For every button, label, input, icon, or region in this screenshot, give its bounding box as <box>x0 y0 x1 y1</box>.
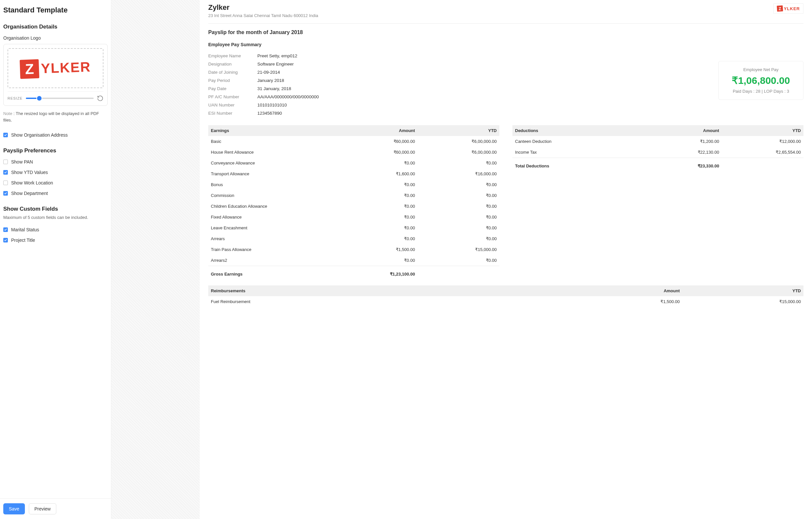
row-amount: ₹0.00 <box>336 201 418 212</box>
row-amount: ₹1,600.00 <box>336 168 418 179</box>
row-ytd: ₹15,000.00 <box>682 296 804 307</box>
summary-value: 1234567890 <box>257 111 282 116</box>
row-ytd: ₹15,000.00 <box>417 244 499 255</box>
row-amount: ₹0.00 <box>336 212 418 222</box>
table-row: Train Pass Allowance₹1,500.00₹15,000.00 <box>208 244 499 255</box>
row-amount: ₹60,000.00 <box>336 136 418 147</box>
table-row: Transport Allowance₹1,600.00₹16,000.00 <box>208 168 499 179</box>
org-name: Zylker <box>208 3 318 12</box>
summary-value: 101010101010 <box>257 103 287 107</box>
row-ytd: ₹16,000.00 <box>417 168 499 179</box>
row-name: Arrears <box>208 233 336 244</box>
deductions-header: Deductions <box>513 125 640 136</box>
checkbox-checked-icon <box>3 191 8 196</box>
row-name: House Rent Allowance <box>208 147 336 158</box>
summary-row: DesignationSoftware Engineer <box>208 60 699 68</box>
payslip-preview: Zylker 23 Int Street Anna Salai Chennai … <box>200 0 812 519</box>
show-department-checkbox[interactable]: Show Department <box>3 191 108 196</box>
row-name: Canteen Deduction <box>513 136 640 147</box>
resize-note: Note : The resized logo will be displaye… <box>3 110 108 123</box>
summary-row: Pay Date31 January, 2018 <box>208 85 699 93</box>
row-amount: ₹22,130.00 <box>640 147 722 158</box>
custom-fields-hint: Maximum of 5 custom fields can be includ… <box>3 215 108 220</box>
row-ytd: ₹0.00 <box>417 255 499 266</box>
logo-upload-box[interactable]: Z YLKER RESIZE <box>3 44 108 106</box>
summary-key: Pay Date <box>208 86 257 91</box>
net-pay-label: Employee Net Pay <box>732 67 790 72</box>
table-row: Arrears₹0.00₹0.00 <box>208 233 499 244</box>
row-ytd: ₹0.00 <box>417 233 499 244</box>
summary-row: Date of Joining21-09-2014 <box>208 68 699 76</box>
table-row: Conveyance Allowance₹0.00₹0.00 <box>208 158 499 168</box>
earnings-header: Earnings <box>208 125 336 136</box>
table-row: Income Tax₹22,130.00₹2,65,554.00 <box>513 147 804 158</box>
row-amount: ₹0.00 <box>336 158 418 168</box>
ytd-header: YTD <box>682 285 804 296</box>
total-deductions-amount: ₹23,330.00 <box>640 161 722 171</box>
summary-row: PF A/C NumberAA/AAA/0000000/000/0000000 <box>208 93 699 101</box>
checkbox-checked-icon <box>3 170 8 175</box>
row-amount: ₹0.00 <box>336 255 418 266</box>
summary-row: ESI Number1234567890 <box>208 109 699 117</box>
checkbox-icon <box>3 160 8 164</box>
amount-header: Amount <box>640 125 722 136</box>
slider-thumb[interactable] <box>37 96 41 101</box>
table-row: Basic₹60,000.00₹6,00,000.00 <box>208 136 499 147</box>
row-name: Commission <box>208 190 336 201</box>
show-work-location-checkbox[interactable]: Show Work Location <box>3 180 108 186</box>
table-row: House Rent Allowance₹60,000.00₹6,00,000.… <box>208 147 499 158</box>
summary-key: Date of Joining <box>208 70 257 75</box>
gross-earnings-amount: ₹1,23,100.00 <box>336 269 418 279</box>
summary-value: Software Engineer <box>257 62 294 66</box>
summary-key: UAN Number <box>208 103 257 107</box>
show-ytd-checkbox[interactable]: Show YTD Values <box>3 170 108 175</box>
total-deductions-label: Total Deductions <box>513 161 640 171</box>
save-button[interactable]: Save <box>3 503 25 514</box>
row-amount: ₹0.00 <box>336 222 418 233</box>
show-org-address-checkbox[interactable]: Show Organisation Address <box>3 132 108 138</box>
net-pay-amount: ₹1,06,800.00 <box>732 75 790 86</box>
row-name: Leave Encashment <box>208 222 336 233</box>
table-row: Arrears2₹0.00₹0.00 <box>208 255 499 266</box>
row-ytd: ₹0.00 <box>417 179 499 190</box>
payslip-prefs-heading: Payslip Preferences <box>3 147 108 154</box>
row-amount: ₹1,200.00 <box>640 136 722 147</box>
summary-value: Preet Setty, emp012 <box>257 53 297 58</box>
employee-summary-grid: Employee NamePreet Setty, emp012Designat… <box>208 52 699 117</box>
amount-header: Amount <box>336 125 418 136</box>
summary-row: Pay PeriodJanuary 2018 <box>208 76 699 85</box>
row-name: Fixed Allowance <box>208 212 336 222</box>
summary-value: AA/AAA/0000000/000/0000000 <box>257 94 319 99</box>
resize-label: RESIZE <box>7 96 23 100</box>
zylker-logo: Z YLKER <box>20 57 91 79</box>
summary-key: Employee Name <box>208 53 257 58</box>
resize-slider[interactable] <box>26 98 94 99</box>
deductions-table: Deductions Amount YTD Canteen Deduction₹… <box>513 125 804 279</box>
row-ytd: ₹0.00 <box>417 212 499 222</box>
footer-actions: Save Preview <box>0 498 111 519</box>
row-name: Transport Allowance <box>208 168 336 179</box>
show-pan-checkbox[interactable]: Show PAN <box>3 159 108 164</box>
checkbox-icon <box>3 181 8 185</box>
payslip-title: Payslip for the month of January 2018 <box>208 29 804 35</box>
row-ytd: ₹2,65,554.00 <box>722 147 804 158</box>
row-amount: ₹60,000.00 <box>336 147 418 158</box>
org-address: 23 Int Street Anna Salai Chennai Tamil N… <box>208 13 318 18</box>
reset-icon[interactable] <box>97 95 104 102</box>
row-amount: ₹0.00 <box>336 179 418 190</box>
net-pay-box: Employee Net Pay ₹1,06,800.00 Paid Days … <box>718 61 804 100</box>
marital-status-checkbox[interactable]: Marital Status <box>3 227 108 232</box>
summary-title: Employee Pay Summary <box>208 42 804 47</box>
preview-button[interactable]: Preview <box>29 503 56 514</box>
project-title-checkbox[interactable]: Project Title <box>3 238 108 243</box>
page-title: Standard Template <box>3 6 108 15</box>
row-name: Children Education Allowance <box>208 201 336 212</box>
earnings-table: Earnings Amount YTD Basic₹60,000.00₹6,00… <box>208 125 499 279</box>
logo-dropzone[interactable]: Z YLKER <box>7 48 104 88</box>
row-name: Fuel Reimbursement <box>208 296 561 307</box>
ytd-header: YTD <box>417 125 499 136</box>
table-row: Fixed Allowance₹0.00₹0.00 <box>208 212 499 222</box>
row-ytd: ₹0.00 <box>417 222 499 233</box>
row-ytd: ₹12,000.00 <box>722 136 804 147</box>
table-row: Canteen Deduction₹1,200.00₹12,000.00 <box>513 136 804 147</box>
